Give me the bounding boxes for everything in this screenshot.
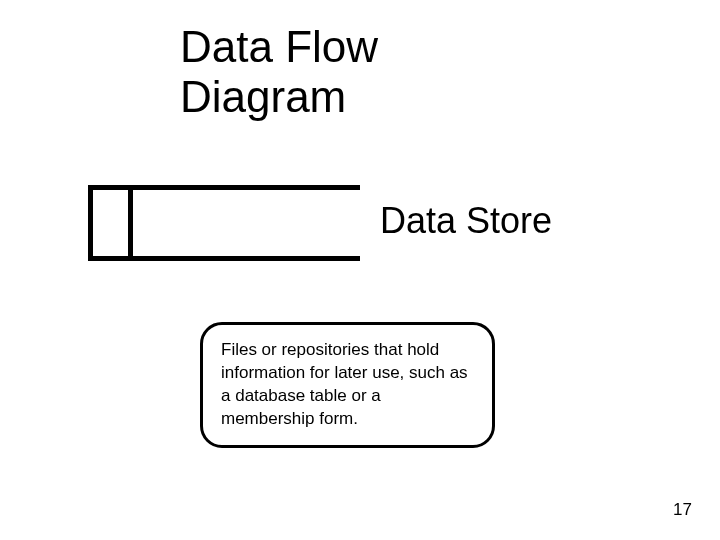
symbol-label: Data Store [380,200,552,242]
definition-box: Files or repositories that hold informat… [200,322,495,448]
page-number: 17 [673,500,692,520]
symbol-divider-line [128,185,133,261]
definition-text: Files or repositories that hold informat… [221,340,468,428]
symbol-left-line [88,185,93,261]
data-store-symbol [88,185,360,261]
slide-title: Data Flow Diagram [180,22,540,122]
